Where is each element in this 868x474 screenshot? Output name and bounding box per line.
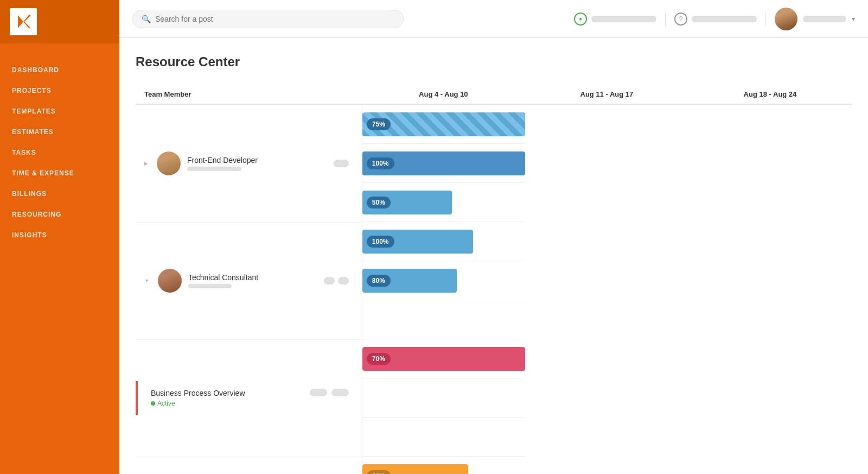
table-row: ▼ Technical Consultant xyxy=(136,222,852,339)
project-name: Business Process Overview xyxy=(151,389,245,397)
action-pill xyxy=(334,160,349,167)
topbar-right: ● ? ▾ xyxy=(574,8,855,30)
resource-bar: 70% xyxy=(362,347,525,371)
expand-icon[interactable]: ▶ xyxy=(144,161,148,166)
sidebar-navigation: DASHBOARD PROJECTS TEMPLATES ESTIMATES T… xyxy=(0,43,119,245)
sidebar-item-billings[interactable]: BILLINGS xyxy=(0,184,119,204)
topbar: 🔍 ● ? ▾ xyxy=(119,0,868,38)
sidebar-item-tasks[interactable]: TASKS xyxy=(0,142,119,163)
page-content: Resource Center Team Member Aug 4 - Aug … xyxy=(119,38,868,474)
project-cell: Business Process Overview Active xyxy=(136,339,362,457)
partial-bar-wrap: 100% xyxy=(362,230,525,254)
logo-icon xyxy=(10,8,37,35)
bar-percentage: 100% xyxy=(367,157,394,169)
resource-bar: 100% xyxy=(362,151,525,175)
project-actions xyxy=(310,389,353,396)
sidebar-item-resourcing[interactable]: RESOURCING xyxy=(0,204,119,225)
sidebar-item-time-expense[interactable]: TIME & EXPENSE xyxy=(0,163,119,184)
resource-bar: 75% xyxy=(362,112,525,136)
col-week3: Aug 18 - Aug 24 xyxy=(688,85,852,104)
search-input[interactable] xyxy=(155,15,394,23)
topbar-notifications: ● xyxy=(574,12,666,26)
week3-cell xyxy=(362,418,525,457)
sidebar-item-dashboard[interactable]: DASHBOARD xyxy=(0,60,119,80)
col-team-member: Team Member xyxy=(136,85,362,104)
member-subtitle xyxy=(188,284,232,288)
bar-percentage: 30% xyxy=(367,470,391,475)
table-row: ▶ Front-End Developer xyxy=(136,104,852,222)
resource-bar: 80% xyxy=(362,269,457,293)
search-box[interactable]: 🔍 xyxy=(132,10,404,28)
notification-label xyxy=(591,16,656,22)
week3-cell xyxy=(362,300,525,339)
week2-cell: 100% xyxy=(362,144,525,183)
bar-percentage: 75% xyxy=(367,118,391,130)
partial-bar-wrap: 30% xyxy=(362,464,525,475)
week1-cell: 75% xyxy=(362,105,525,144)
status-dot xyxy=(151,401,155,406)
resource-bar: 100% xyxy=(362,230,473,254)
member-cell: ▼ Technical Consultant xyxy=(136,222,362,339)
resource-bar: 30% xyxy=(362,464,468,475)
week1-cell: 70% xyxy=(362,339,525,378)
topbar-user: ▾ xyxy=(775,8,855,30)
week2-cell xyxy=(362,378,525,418)
member-actions xyxy=(334,160,353,167)
table-row: Build Integration Scenarios In Progress xyxy=(136,457,852,474)
search-icon: 🔍 xyxy=(142,15,151,23)
bar-percentage: 100% xyxy=(367,236,394,248)
page-title: Resource Center xyxy=(136,54,852,69)
project-status: Active xyxy=(151,400,245,407)
col-week2: Aug 11 - Aug 17 xyxy=(525,85,688,104)
bar-percentage: 50% xyxy=(367,197,391,208)
topbar-help-section: ? xyxy=(674,12,766,26)
sidebar-item-projects[interactable]: PROJECTS xyxy=(0,80,119,101)
avatar xyxy=(158,269,182,293)
partial-bar-wrap: 50% xyxy=(362,191,525,214)
col-week1: Aug 4 - Aug 10 xyxy=(362,85,525,104)
main-content: 🔍 ● ? ▾ Resource Center xyxy=(119,0,868,474)
table-row: Business Process Overview Active xyxy=(136,339,852,457)
member-info: Front-End Developer xyxy=(187,156,258,171)
project-info: Business Process Overview Active xyxy=(146,389,245,407)
member-subtitle xyxy=(187,167,241,171)
week3-cell: 50% xyxy=(362,183,525,222)
action-pill xyxy=(338,277,349,285)
week1-cell: 100% xyxy=(362,222,525,261)
partial-bar-wrap: 80% xyxy=(362,269,525,293)
sidebar-item-templates[interactable]: TEMPLATES xyxy=(0,101,119,122)
notification-icon[interactable]: ● xyxy=(574,12,587,26)
action-pill xyxy=(310,389,327,396)
action-pill xyxy=(331,389,349,396)
member-cell: ▶ Front-End Developer xyxy=(136,104,362,222)
week2-cell: 80% xyxy=(362,261,525,300)
member-name: Technical Consultant xyxy=(188,273,258,282)
project-cell: Build Integration Scenarios In Progress xyxy=(136,457,362,474)
expand-icon[interactable]: ▼ xyxy=(144,278,149,283)
bar-percentage: 80% xyxy=(367,275,391,287)
help-icon[interactable]: ? xyxy=(674,12,687,26)
user-dropdown-icon[interactable]: ▾ xyxy=(852,15,855,23)
help-label xyxy=(692,16,757,22)
bar-percentage: 70% xyxy=(367,353,391,365)
sidebar: DASHBOARD PROJECTS TEMPLATES ESTIMATES T… xyxy=(0,0,119,474)
member-info: Technical Consultant xyxy=(188,273,258,288)
svg-marker-0 xyxy=(18,15,31,28)
member-name: Front-End Developer xyxy=(187,156,258,165)
sidebar-logo xyxy=(0,0,119,43)
resource-table: Team Member Aug 4 - Aug 10 Aug 11 - Aug … xyxy=(136,85,852,474)
table-header-row: Team Member Aug 4 - Aug 10 Aug 11 - Aug … xyxy=(136,85,852,104)
avatar xyxy=(157,151,181,175)
sidebar-item-estimates[interactable]: ESTIMATES xyxy=(0,122,119,142)
week1-cell: 30% xyxy=(362,457,525,474)
member-actions xyxy=(324,277,353,285)
sidebar-item-insights[interactable]: INSIGHTS xyxy=(0,225,119,245)
user-name-label xyxy=(803,16,846,22)
user-avatar xyxy=(775,8,797,30)
action-pill xyxy=(324,277,335,285)
resource-bar: 50% xyxy=(362,191,452,214)
